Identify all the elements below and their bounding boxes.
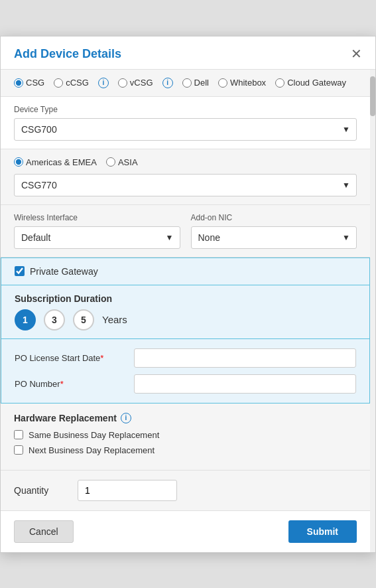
radio-csg[interactable]: CSG — [14, 78, 44, 88]
radio-americas-emea[interactable]: Americas & EMEA — [14, 157, 97, 167]
radio-cloud-gateway[interactable]: Cloud Gateway — [275, 78, 346, 88]
subscription-unit-label: Years — [102, 314, 127, 325]
hardware-replacement-section: Hardware Replacement i Same Business Day… — [1, 404, 370, 471]
wireless-interface-select-wrapper: Default Option1 ▼ — [14, 226, 180, 249]
next-business-day-checkbox[interactable] — [14, 445, 23, 455]
csg-model-select[interactable]: CSG700 CSG710 CSG720 — [14, 118, 357, 141]
radio-csg-label: CSG — [26, 78, 44, 88]
radio-ccsg-label: cCSG — [66, 78, 89, 88]
csg-model-select-wrapper: CSG700 CSG710 CSG720 ▼ — [14, 118, 357, 141]
hardware-replacement-info-icon[interactable]: i — [121, 413, 131, 423]
quantity-label: Quantity — [14, 485, 67, 496]
ccsg-info-icon[interactable]: i — [98, 78, 109, 88]
addon-nic-group: Add-on NIC None Option1 ▼ — [191, 213, 357, 249]
device-type-field-label: Device Type — [14, 105, 357, 114]
quantity-section: Quantity — [1, 471, 370, 511]
po-number-required-marker: * — [60, 379, 64, 389]
subscription-3-year[interactable]: 3 — [44, 309, 65, 331]
subscription-1-year[interactable]: 1 — [15, 309, 36, 331]
wireless-addon-section: Wireless Interface Default Option1 ▼ Add… — [1, 205, 370, 257]
hardware-replacement-label: Hardware Replacement — [14, 413, 117, 423]
radio-ccsg[interactable]: cCSG — [54, 78, 89, 88]
po-number-input[interactable] — [134, 374, 356, 394]
scrollbar-thumb[interactable] — [370, 76, 375, 116]
addon-nic-select-wrapper: None Option1 ▼ — [191, 226, 357, 249]
radio-whitebox-label: Whitebox — [230, 78, 266, 88]
modal-title: Add Device Details — [14, 47, 121, 61]
radio-vcsg[interactable]: vCSG — [118, 78, 153, 88]
next-business-day-row: Next Business Day Replacement — [14, 445, 357, 455]
cancel-button[interactable]: Cancel — [14, 520, 74, 543]
addon-nic-label: Add-on NIC — [191, 213, 357, 222]
po-license-required-marker: * — [100, 353, 103, 363]
po-license-date-row: PO License Start Date* — [15, 348, 356, 368]
po-number-row: PO Number* — [15, 374, 356, 394]
same-business-day-checkbox[interactable] — [14, 430, 23, 439]
region-section: Americas & EMEA ASIA CSG770 CSG780 ▼ — [1, 149, 370, 205]
next-business-day-label: Next Business Day Replacement — [29, 445, 155, 455]
subscription-5-year[interactable]: 5 — [73, 309, 94, 331]
radio-vcsg-label: vCSG — [130, 78, 153, 88]
same-business-day-label: Same Business Day Replacement — [29, 430, 159, 440]
radio-cloud-gateway-label: Cloud Gateway — [287, 78, 346, 88]
device-type-radio-section: CSG cCSG i vCSG i Dell — [1, 70, 370, 97]
wireless-interface-label: Wireless Interface — [14, 213, 180, 222]
modal-footer: Cancel Submit — [1, 511, 370, 552]
vcsg-info-icon[interactable]: i — [162, 78, 173, 88]
add-device-modal: Add Device Details ✕ CSG cCSG i — [0, 36, 376, 553]
modal-body-area: CSG cCSG i vCSG i Dell — [1, 70, 375, 552]
radio-whitebox[interactable]: Whitebox — [218, 78, 266, 88]
po-license-date-input[interactable] — [134, 348, 356, 368]
subscription-section: Subscription Duration 1 3 5 Years — [1, 285, 370, 338]
addon-nic-select[interactable]: None Option1 — [191, 226, 357, 249]
radio-asia[interactable]: ASIA — [106, 157, 138, 167]
wireless-interface-group: Wireless Interface Default Option1 ▼ — [14, 213, 180, 249]
subscription-options-row: 1 3 5 Years — [15, 309, 356, 331]
region-model-select-wrapper: CSG770 CSG780 ▼ — [14, 174, 357, 196]
scrollbar[interactable] — [370, 70, 375, 552]
radio-americas-emea-label: Americas & EMEA — [26, 157, 97, 167]
po-number-label: PO Number* — [15, 379, 134, 389]
same-business-day-row: Same Business Day Replacement — [14, 430, 357, 440]
po-section: PO License Start Date* PO Number* — [1, 338, 370, 404]
radio-dell-label: Dell — [194, 78, 209, 88]
hardware-replacement-title-row: Hardware Replacement i — [14, 413, 357, 423]
main-content: CSG cCSG i vCSG i Dell — [1, 70, 370, 552]
private-gateway-section: Private Gateway — [1, 257, 370, 285]
private-gateway-label: Private Gateway — [30, 266, 98, 277]
device-type-dropdown-section: Device Type CSG700 CSG710 CSG720 ▼ — [1, 97, 370, 149]
radio-asia-label: ASIA — [118, 157, 138, 167]
wireless-interface-select[interactable]: Default Option1 — [14, 226, 180, 249]
close-button[interactable]: ✕ — [351, 47, 362, 60]
private-gateway-checkbox[interactable] — [15, 266, 25, 276]
po-license-date-label: PO License Start Date* — [15, 353, 134, 363]
region-radio-row: Americas & EMEA ASIA — [14, 157, 357, 167]
submit-button[interactable]: Submit — [288, 520, 357, 543]
radio-dell[interactable]: Dell — [182, 78, 209, 88]
region-model-select[interactable]: CSG770 CSG780 — [14, 174, 357, 196]
private-gateway-checkbox-item[interactable]: Private Gateway — [15, 266, 356, 277]
wireless-addon-row: Wireless Interface Default Option1 ▼ Add… — [14, 213, 357, 249]
quantity-input[interactable] — [78, 480, 177, 501]
modal-header: Add Device Details ✕ — [1, 37, 375, 70]
device-type-radio-row: CSG cCSG i vCSG i Dell — [14, 78, 357, 88]
subscription-label: Subscription Duration — [15, 293, 112, 304]
